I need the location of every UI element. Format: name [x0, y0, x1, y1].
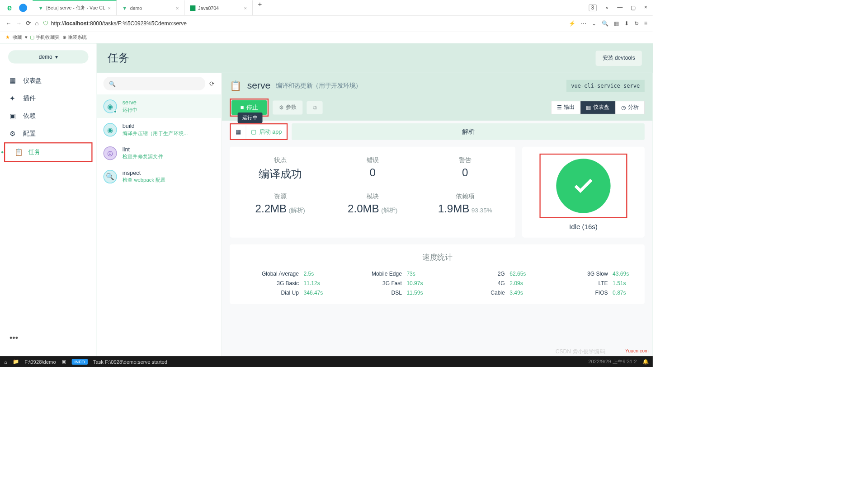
- gear-icon: ⚙: [279, 104, 284, 111]
- browser-tab-3[interactable]: Java0704 ×: [184, 0, 252, 15]
- mode-dashboard-button[interactable]: ▦仪表盘: [580, 101, 615, 114]
- task-desc: 编译并压缩（用于生产环境...: [123, 130, 188, 136]
- flash-icon[interactable]: ⚡: [569, 20, 576, 26]
- sidebar-item-tasks[interactable]: 📋 任务: [4, 142, 93, 162]
- speed-name: Global Average: [262, 271, 299, 277]
- bookmark-reinstall[interactable]: ⊕重装系统: [62, 34, 87, 41]
- home-button[interactable]: ⌂: [35, 20, 38, 27]
- speed-value: 1.51s: [613, 280, 637, 286]
- forward-button[interactable]: →: [16, 20, 22, 27]
- tab-title: [Beta] serve - 任务 - Vue CL: [46, 5, 105, 11]
- browser-tab-2[interactable]: ▼ demo ×: [117, 0, 184, 15]
- chevron-down-icon[interactable]: ▾: [25, 34, 27, 40]
- extensions-icon[interactable]: ⚬: [605, 4, 609, 11]
- url-input[interactable]: 🛡 http://localhost:8000/tasks/F:%5C0928%…: [43, 20, 565, 27]
- bookmark-mobile[interactable]: ▢手机收藏夹: [30, 34, 59, 41]
- stat-value: 2.0MB(解析): [332, 202, 413, 215]
- address-bar: ← → ⟳ ⌂ 🛡 http://localhost:8000/tasks/F:…: [0, 16, 653, 32]
- sidebar: demo▾ ▦ 仪表盘 ✦ 插件 ▣ 依赖 ⚙ 配置: [0, 43, 97, 356]
- speed-value: 0.87s: [613, 290, 637, 296]
- url-text: http://localhost:8000/tasks/F:%5C0928%5C…: [51, 20, 187, 27]
- speed-item: FIOS0.87s: [547, 290, 637, 296]
- install-devtools-button[interactable]: 安装 devtools: [595, 51, 642, 66]
- task-item-inspect[interactable]: 🔍 inspect 检查 webpack 配置: [97, 165, 222, 188]
- speed-item: Global Average2.5s: [238, 271, 327, 277]
- task-search-input[interactable]: 🔍: [104, 77, 206, 90]
- history-icon[interactable]: ↻: [634, 20, 639, 26]
- puzzle-icon: ✦: [9, 94, 18, 102]
- search-icon: 🔍: [109, 80, 116, 87]
- shield-icon: 🛡: [43, 20, 48, 27]
- mode-analyze-button[interactable]: ◷分析: [615, 101, 645, 114]
- status-bar: ⌂ 📁 F:\0928\demo ▣ INFO Task F:\0928\dem…: [0, 356, 653, 367]
- browser-tab-1[interactable]: ▼ [Beta] serve - 任务 - Vue CL ×: [33, 0, 117, 15]
- titlebar: e ▼ [Beta] serve - 任务 - Vue CL × ▼ demo …: [0, 0, 653, 16]
- success-check-icon: [556, 159, 610, 213]
- task-item-build[interactable]: ◉ build 编译并压缩（用于生产环境...: [97, 118, 222, 141]
- notification-icon[interactable]: 🔔: [642, 358, 649, 365]
- stat-label: 状态: [239, 156, 321, 164]
- search-icon[interactable]: 🔍: [602, 20, 609, 26]
- stat-value: 编译成功: [239, 166, 321, 181]
- speed-name: LTE: [598, 280, 608, 286]
- close-window-icon[interactable]: ×: [644, 4, 647, 11]
- project-path[interactable]: F:\0928\demo: [24, 359, 56, 365]
- sidebar-item-label: 依赖: [23, 112, 35, 120]
- analyze-icon: ◷: [621, 104, 626, 111]
- browser-profile-icon[interactable]: [19, 4, 27, 12]
- home-icon[interactable]: ⌂: [4, 359, 7, 365]
- stat-value: 2.2MB(解析): [239, 202, 321, 215]
- task-panel-header: 📋 serve 编译和热更新（用于开发环境） vue-cli-service s…: [222, 73, 653, 99]
- window-icon: ▢: [251, 128, 256, 136]
- params-button[interactable]: ⚙ 参数: [273, 101, 302, 115]
- clipboard-icon: 📋: [14, 148, 23, 156]
- parse-tab[interactable]: 解析: [292, 123, 645, 140]
- maximize-icon[interactable]: ▢: [631, 4, 636, 11]
- open-external-button[interactable]: ⧉: [307, 101, 323, 114]
- speed-item: DSL11.59s: [341, 290, 430, 296]
- chevron-down-icon[interactable]: ⌄: [592, 20, 596, 26]
- refresh-tasks-button[interactable]: ⟳: [209, 80, 214, 88]
- bookmark-label[interactable]: 收藏: [13, 34, 22, 41]
- close-icon[interactable]: ×: [244, 5, 247, 11]
- mode-output-button[interactable]: ☰输出: [551, 101, 580, 114]
- csdn-watermark: CSDN @小俊学编码: [556, 348, 605, 356]
- back-button[interactable]: ←: [5, 20, 12, 27]
- sidebar-item-config[interactable]: ⚙ 配置: [0, 125, 97, 142]
- sidebar-item-dashboard[interactable]: ▦ 仪表盘: [0, 72, 97, 89]
- tab-title: demo: [130, 5, 142, 11]
- stat-value: 1.9MB93.35%: [424, 202, 505, 215]
- external-link-icon: ⧉: [313, 104, 316, 111]
- speed-value: 2.09s: [509, 280, 533, 286]
- stat-label: 警告: [424, 156, 505, 164]
- download-icon[interactable]: ⬇: [624, 20, 629, 26]
- task-item-serve[interactable]: ◉ serve 运行中: [97, 94, 222, 118]
- reload-button[interactable]: ⟳: [26, 19, 31, 27]
- sheets-icon: [190, 5, 195, 11]
- folder-icon[interactable]: 📁: [13, 358, 19, 365]
- new-tab-button[interactable]: +: [253, 0, 268, 15]
- dashboard-tab[interactable]: ▦ ▢启动 app: [230, 123, 288, 140]
- active-indicator: [1, 151, 4, 154]
- tab-count-badge[interactable]: 3: [589, 4, 596, 11]
- more-icon[interactable]: ⋯: [581, 20, 586, 26]
- speed-value: 346.47s: [304, 290, 328, 296]
- dashboard-icon: ▦: [9, 76, 18, 84]
- speed-value: 3.49s: [509, 290, 533, 296]
- speed-name: Dial Up: [281, 290, 299, 296]
- task-item-lint[interactable]: ◎ lint 检查并修复源文件: [97, 141, 222, 165]
- menu-icon[interactable]: ≡: [644, 20, 647, 26]
- project-selector[interactable]: demo▾: [8, 50, 88, 63]
- apps-icon[interactable]: ▦: [614, 20, 619, 26]
- idle-status: Idle (16s): [569, 223, 598, 230]
- stop-icon: ■: [241, 104, 244, 111]
- running-tooltip: 运行中: [238, 113, 263, 123]
- task-icon: ◉: [104, 123, 117, 136]
- sidebar-item-plugins[interactable]: ✦ 插件: [0, 89, 97, 107]
- minimize-icon[interactable]: —: [617, 4, 623, 11]
- sidebar-item-dependencies[interactable]: ▣ 依赖: [0, 107, 97, 125]
- close-icon[interactable]: ×: [108, 5, 111, 11]
- more-menu[interactable]: •••: [0, 326, 97, 349]
- close-icon[interactable]: ×: [176, 5, 179, 11]
- terminal-icon[interactable]: ▣: [61, 358, 66, 365]
